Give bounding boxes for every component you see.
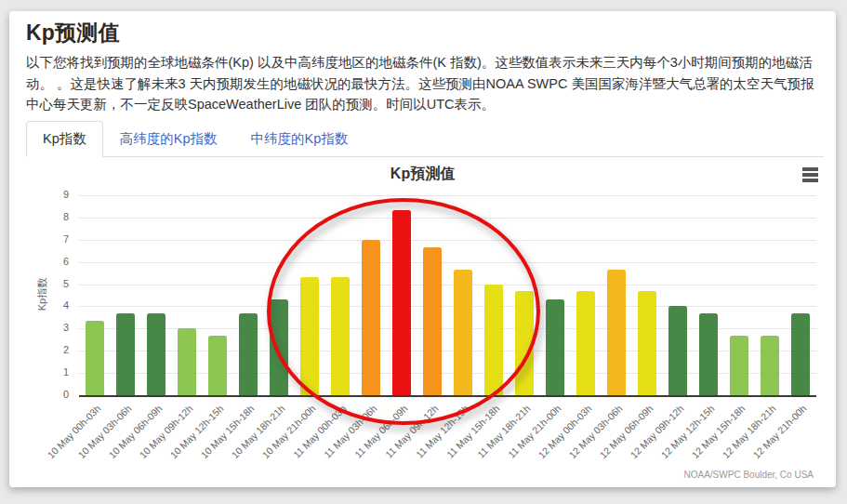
- kp-bar[interactable]: [761, 336, 779, 395]
- kp-bar[interactable]: [699, 313, 718, 395]
- kp-bar[interactable]: [638, 291, 656, 395]
- kp-bar[interactable]: [607, 270, 626, 395]
- y-tick-label: 5: [9, 278, 69, 289]
- y-gridline: [79, 195, 816, 196]
- y-tick-label: 3: [9, 322, 69, 333]
- kp-bar[interactable]: [239, 313, 258, 395]
- y-tick-label: 6: [9, 256, 69, 267]
- tab-high-latitude-kp[interactable]: 高纬度的Kp指数: [103, 121, 234, 157]
- tab-mid-latitude-kp[interactable]: 中纬度的Kp指数: [234, 121, 365, 157]
- kp-bar[interactable]: [147, 313, 165, 395]
- y-tick-label: 2: [9, 344, 69, 355]
- kp-bar[interactable]: [668, 306, 687, 395]
- kp-tabs: Kp指数 高纬度的Kp指数 中纬度的Kp指数: [26, 121, 824, 157]
- kp-bar[interactable]: [86, 321, 104, 395]
- tab-kp-index[interactable]: Kp指数: [26, 121, 103, 157]
- kp-chart: Kp預測值 Kp指数 012345678910 May 00h-03h10 Ma…: [9, 160, 836, 487]
- hamburger-icon[interactable]: [802, 167, 821, 184]
- kp-bar[interactable]: [730, 336, 748, 395]
- chart-credit: NOAA/SWPC Boulder, Co USA: [684, 470, 814, 480]
- y-tick-label: 8: [9, 211, 69, 222]
- kp-bar[interactable]: [208, 336, 227, 395]
- y-tick-label: 7: [9, 233, 69, 245]
- storm-peak-highlight-ellipse: [267, 198, 540, 425]
- y-tick-label: 0: [9, 389, 69, 400]
- kp-bar[interactable]: [178, 328, 196, 395]
- y-axis-title: Kp指数: [35, 267, 49, 323]
- page-title: Kp预测值: [26, 19, 120, 47]
- y-tick-label: 9: [9, 189, 69, 200]
- chart-title: Kp預測值: [9, 165, 836, 184]
- kp-bar[interactable]: [546, 299, 564, 395]
- content-card: Kp预测值 以下您将找到预期的全球地磁条件(Kp) 以及中高纬度地区的地磁条件(…: [9, 11, 836, 487]
- forecast-description: 以下您将找到预期的全球地磁条件(Kp) 以及中高纬度地区的地磁条件(K 指数)。…: [26, 52, 824, 115]
- kp-bar[interactable]: [576, 291, 595, 395]
- kp-bar[interactable]: [791, 313, 810, 395]
- y-tick-label: 1: [9, 366, 69, 378]
- y-tick-label: 4: [9, 299, 69, 311]
- kp-bar[interactable]: [116, 313, 135, 395]
